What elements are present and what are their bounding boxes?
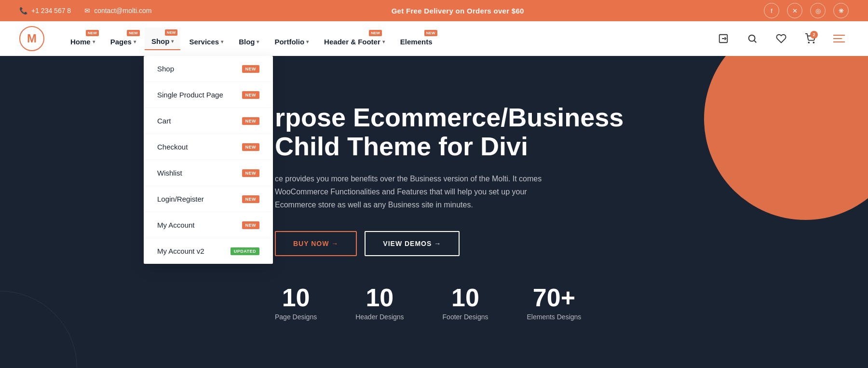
checkout-new-badge: NEW [242, 143, 260, 151]
nav-item-home[interactable]: NEW Home ▾ [64, 28, 102, 50]
nav-item-blog[interactable]: Blog ▾ [232, 28, 266, 50]
my-account-new-badge: NEW [242, 221, 260, 229]
footer-designs-number: 10 [443, 285, 488, 310]
wishlist-button[interactable] [772, 29, 791, 48]
nav-item-elements[interactable]: NEW Elements [393, 28, 439, 50]
email-address: contact@molti.com [94, 7, 151, 14]
stat-elements-designs: 70+ Elements Designs [527, 285, 582, 321]
nav-items-list: NEW Home ▾ NEW Pages ▾ NEW Shop ▾ Servic… [64, 27, 714, 50]
my-account-v2-updated-badge: UPDATED [231, 247, 259, 255]
cart-count: 2 [810, 31, 818, 39]
email-icon: ✉ [84, 7, 90, 14]
page-designs-label: Page Designs [275, 313, 317, 321]
social-links: f ✕ ◎ ❋ [764, 3, 849, 18]
nav-item-services[interactable]: Services ▾ [182, 28, 230, 50]
dribbble-icon[interactable]: ❋ [833, 3, 849, 18]
cart-new-badge: NEW [242, 117, 260, 125]
dropdown-checkout-label: Checkout [157, 143, 188, 151]
chevron-down-icon: ▾ [93, 39, 95, 44]
page-designs-number: 10 [275, 285, 317, 310]
dropdown-my-account-v2-label: My Account v2 [157, 247, 204, 255]
twitter-icon[interactable]: ✕ [787, 3, 802, 18]
hero-buttons: BUY NOW → VIEW DEMOS → [275, 231, 624, 256]
login-register-new-badge: NEW [242, 195, 260, 203]
shop-dropdown: Shop NEW Single Product Page NEW Cart NE… [144, 56, 273, 264]
elements-designs-number: 70+ [527, 285, 582, 310]
phone-icon: 📞 [19, 7, 27, 14]
stats-row: 10 Page Designs 10 Header Designs 10 Foo… [275, 285, 624, 321]
dropdown-item-login-register[interactable]: Login/Register NEW [144, 186, 273, 212]
dropdown-item-my-account[interactable]: My Account NEW [144, 212, 273, 238]
dropdown-my-account-label: My Account [157, 221, 195, 229]
hero-description: ce provides you more benefits over the B… [275, 172, 545, 212]
site-logo[interactable]: M [19, 26, 44, 51]
top-bar: 📞 +1 234 567 8 ✉ contact@molti.com Get F… [0, 0, 868, 21]
dropdown-item-wishlist[interactable]: Wishlist NEW [144, 160, 273, 186]
dropdown-login-register-label: Login/Register [157, 195, 204, 203]
search-button[interactable] [743, 29, 762, 48]
footer-designs-label: Footer Designs [443, 313, 488, 321]
nav-services-label: Services [189, 38, 219, 46]
wishlist-new-badge: NEW [242, 169, 260, 177]
dropdown-single-product-label: Single Product Page [157, 91, 223, 99]
nav-item-portfolio[interactable]: Portfolio ▾ [268, 28, 315, 50]
stat-page-designs: 10 Page Designs [275, 285, 317, 321]
main-navigation: M NEW Home ▾ NEW Pages ▾ NEW Shop ▾ Serv… [0, 21, 868, 56]
nav-item-shop[interactable]: NEW Shop ▾ [145, 27, 181, 50]
hero-circle-decoration [704, 56, 868, 220]
email-contact[interactable]: ✉ contact@molti.com [84, 7, 151, 14]
login-button[interactable] [714, 29, 733, 48]
nav-item-pages[interactable]: NEW Pages ▾ [104, 28, 143, 50]
chevron-down-icon: ▾ [257, 39, 259, 44]
facebook-icon[interactable]: f [764, 3, 779, 18]
dropdown-item-my-account-v2[interactable]: My Account v2 UPDATED [144, 238, 273, 264]
instagram-icon[interactable]: ◎ [810, 3, 826, 18]
nav-home-label: Home [70, 38, 91, 46]
nav-shop-label: Shop [151, 37, 170, 45]
svg-point-2 [808, 42, 809, 43]
view-demos-button[interactable]: VIEW DEMOS → [365, 231, 460, 256]
stat-header-designs: 10 Header Designs [355, 285, 404, 321]
svg-point-1 [749, 35, 755, 41]
chevron-down-icon: ▾ [306, 39, 309, 44]
menu-button[interactable] [829, 29, 849, 48]
dropdown-item-single-product[interactable]: Single Product Page NEW [144, 82, 273, 108]
buy-now-button[interactable]: BUY NOW → [275, 231, 357, 256]
dropdown-item-shop[interactable]: Shop NEW [144, 56, 273, 82]
shop-new-badge: NEW [242, 65, 260, 73]
chevron-down-icon: ▾ [221, 39, 223, 44]
dropdown-item-cart[interactable]: Cart NEW [144, 108, 273, 134]
nav-header-footer-label: Header & Footer [324, 38, 380, 46]
dropdown-wishlist-label: Wishlist [157, 169, 182, 177]
logo-letter: M [27, 32, 37, 45]
single-product-new-badge: NEW [242, 91, 260, 99]
nav-portfolio-label: Portfolio [274, 38, 304, 46]
hamburger-icon [833, 35, 845, 42]
nav-right-actions: 2 [714, 29, 849, 48]
dropdown-shop-label: Shop [157, 65, 174, 73]
header-designs-label: Header Designs [355, 313, 404, 321]
chevron-down-icon: ▾ [134, 39, 136, 44]
header-designs-number: 10 [355, 285, 404, 310]
chevron-down-icon: ▾ [171, 39, 174, 44]
hero-section: rpose Ecommerce/Business Child Theme for… [0, 56, 868, 368]
svg-point-3 [813, 42, 814, 43]
top-bar-contacts: 📞 +1 234 567 8 ✉ contact@molti.com [19, 7, 151, 14]
nav-item-header-footer[interactable]: NEW Header & Footer ▾ [317, 28, 392, 50]
dropdown-item-checkout[interactable]: Checkout NEW [144, 134, 273, 160]
chevron-down-icon: ▾ [382, 39, 385, 44]
phone-contact[interactable]: 📞 +1 234 567 8 [19, 7, 71, 14]
phone-number: +1 234 567 8 [31, 7, 71, 14]
nav-elements-label: Elements [400, 38, 433, 46]
elements-designs-label: Elements Designs [527, 313, 582, 321]
hero-content: rpose Ecommerce/Business Child Theme for… [0, 65, 662, 359]
promo-text: Get Free Delivery on Orders over $60 [392, 7, 524, 15]
nav-pages-label: Pages [110, 38, 132, 46]
hero-title: rpose Ecommerce/Business Child Theme for… [275, 103, 624, 161]
stat-footer-designs: 10 Footer Designs [443, 285, 488, 321]
cart-button[interactable]: 2 [800, 29, 820, 48]
dropdown-cart-label: Cart [157, 117, 171, 125]
nav-blog-label: Blog [239, 38, 255, 46]
